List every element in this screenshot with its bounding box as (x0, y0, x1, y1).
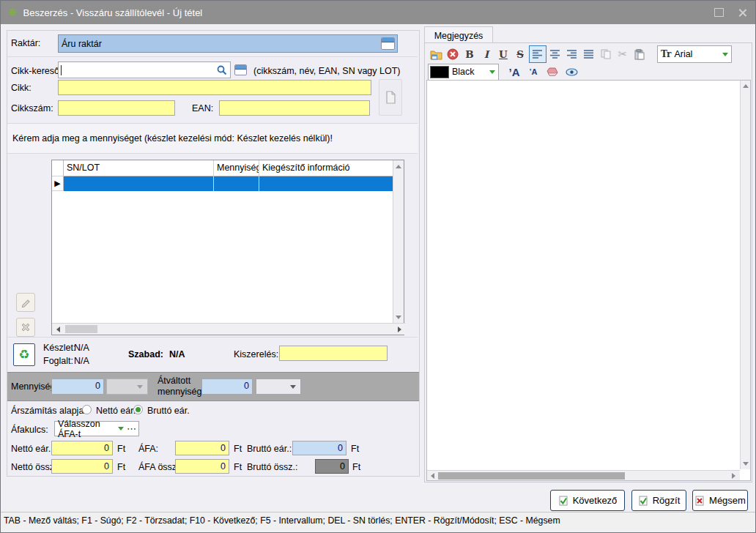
close-icon (738, 8, 747, 18)
notes-editor[interactable] (426, 80, 751, 481)
gross-unit-price-input[interactable]: 0 (292, 441, 346, 455)
strikethrough-button[interactable]: S (512, 46, 528, 62)
ean-field[interactable] (219, 100, 370, 116)
clear-notes-button[interactable] (445, 46, 461, 62)
align-justify-button[interactable] (581, 46, 597, 62)
warehouse-field[interactable]: Áru raktár (58, 34, 398, 53)
notes-toolbar-row2: Black ʼA ʼA (428, 64, 749, 80)
item-document-button[interactable] (379, 79, 402, 116)
font-bigger-icon: ʼA (509, 66, 520, 78)
packaging-label: Kiszerelés: (234, 349, 278, 359)
converted-quantity-input[interactable]: 0 (201, 379, 253, 395)
font-family-select[interactable]: Tr Arial (657, 45, 732, 63)
converted-quantity-label: Átváltott mennyiség: (158, 376, 204, 398)
vat-input[interactable]: 0 (175, 441, 229, 455)
scroll-right-icon[interactable] (728, 471, 738, 480)
snlot-table[interactable]: SN/LOT Mennyiség Kiegészítő információ ▶ (51, 160, 404, 335)
paste-icon (634, 49, 645, 60)
next-button[interactable]: Következő (550, 490, 625, 511)
align-left-button[interactable] (529, 45, 546, 63)
text-caret (61, 65, 62, 75)
converted-unit-select[interactable] (256, 379, 301, 395)
scroll-up-icon[interactable] (393, 160, 404, 172)
edit-row-button[interactable] (16, 293, 35, 312)
item-number-field[interactable] (58, 100, 175, 116)
decrease-font-button[interactable]: ʼA (525, 64, 541, 80)
packaging-field[interactable] (279, 346, 388, 361)
red-delete-icon (447, 48, 459, 60)
column-header-snlot[interactable]: SN/LOT (64, 160, 214, 176)
gross-price-radio[interactable] (133, 405, 143, 414)
tab-megjegyzes[interactable]: Megjegyzés (424, 26, 493, 44)
scroll-thumb[interactable] (438, 472, 625, 480)
scroll-down-icon[interactable] (393, 311, 404, 323)
net-price-radio[interactable] (82, 405, 92, 414)
align-center-icon (550, 50, 560, 59)
save-button-label: Rögzít (653, 495, 681, 506)
scroll-left-icon[interactable] (427, 471, 437, 480)
notes-vertical-scrollbar[interactable] (740, 81, 750, 469)
warehouse-label: Raktár: (11, 38, 40, 48)
scroll-down-icon[interactable] (741, 458, 750, 469)
font-color-select[interactable]: Black (428, 64, 499, 81)
align-center-button[interactable] (547, 46, 563, 62)
table-row-cell-quantity[interactable] (214, 176, 259, 191)
net-unit-price-input[interactable]: 0 (51, 441, 113, 455)
table-vertical-scrollbar[interactable] (393, 160, 404, 323)
quantity-input[interactable]: 0 (51, 379, 104, 395)
column-header-quantity[interactable]: Mennyiség (214, 160, 259, 176)
item-search-input[interactable] (58, 61, 231, 78)
vat-total-input[interactable]: 0 (175, 459, 229, 474)
scissors-icon: ✂ (618, 48, 628, 61)
underline-button[interactable]: U (495, 46, 511, 62)
vat-key-select[interactable]: Válasszon ÁFA-t ⋯ (54, 421, 139, 436)
cancel-button-label: Mégsem (709, 495, 746, 506)
preview-button[interactable] (563, 64, 579, 80)
delete-row-button[interactable] (16, 318, 35, 337)
search-icon[interactable] (217, 65, 227, 75)
warehouse-browse-icon[interactable] (381, 37, 395, 50)
refresh-stock-button[interactable]: ♻ (13, 343, 35, 366)
align-right-button[interactable] (564, 46, 580, 62)
scroll-up-icon[interactable] (741, 81, 750, 92)
vat-label: ÁFA: (138, 444, 158, 454)
currency-label: Ft (117, 462, 125, 472)
cancel-page-icon (694, 496, 705, 506)
copy-button[interactable] (598, 46, 614, 62)
scroll-thumb[interactable] (65, 325, 97, 333)
scroll-left-icon[interactable] (52, 324, 64, 335)
quantity-unit-select[interactable] (106, 379, 148, 395)
net-price-radio-label[interactable]: Nettó eár. (96, 406, 136, 416)
more-options-icon[interactable]: ⋯ (127, 423, 136, 434)
close-button[interactable] (729, 1, 755, 24)
align-right-icon (567, 50, 577, 59)
table-horizontal-scrollbar[interactable] (52, 323, 405, 335)
item-search-browse-icon[interactable] (234, 64, 247, 75)
maximize-button[interactable] (705, 1, 732, 24)
item-entry-panel: Raktár: Áru raktár Cikk-kereső: (cikkszá… (7, 30, 420, 477)
bold-button[interactable]: B (462, 46, 478, 62)
net-total-input[interactable]: 0 (51, 459, 113, 474)
notes-horizontal-scrollbar[interactable] (427, 470, 740, 480)
chevron-down-icon (118, 427, 124, 430)
insert-file-button[interactable] (428, 46, 444, 62)
save-button[interactable]: Rögzít (631, 490, 686, 511)
quantity-message: Kérem adja meg a mennyiséget (készlet ke… (7, 133, 333, 144)
font-smaller-icon: ʼA (530, 67, 538, 76)
cancel-button[interactable]: Mégsem (692, 490, 748, 511)
cut-button[interactable]: ✂ (615, 46, 631, 62)
stock-value: N/A (74, 343, 89, 353)
open-folder-icon (430, 49, 442, 60)
item-name-field[interactable] (58, 80, 371, 95)
gross-price-radio-label[interactable]: Bruttó eár. (147, 406, 190, 416)
table-row-cell-snlot[interactable] (64, 176, 214, 191)
currency-label: Ft (351, 444, 359, 454)
eraser-button[interactable] (544, 64, 560, 80)
scroll-right-icon[interactable] (393, 324, 405, 335)
increase-font-button[interactable]: ʼA (506, 64, 522, 80)
title-bar[interactable]: ❋ Beszerzés - Visszáru szállítólevél - Ú… (1, 1, 755, 24)
paste-button[interactable] (631, 46, 648, 62)
italic-button[interactable]: I (478, 46, 494, 62)
table-row-cell-extra[interactable] (259, 176, 393, 191)
column-header-extra-info[interactable]: Kiegészítő információ (259, 160, 393, 176)
